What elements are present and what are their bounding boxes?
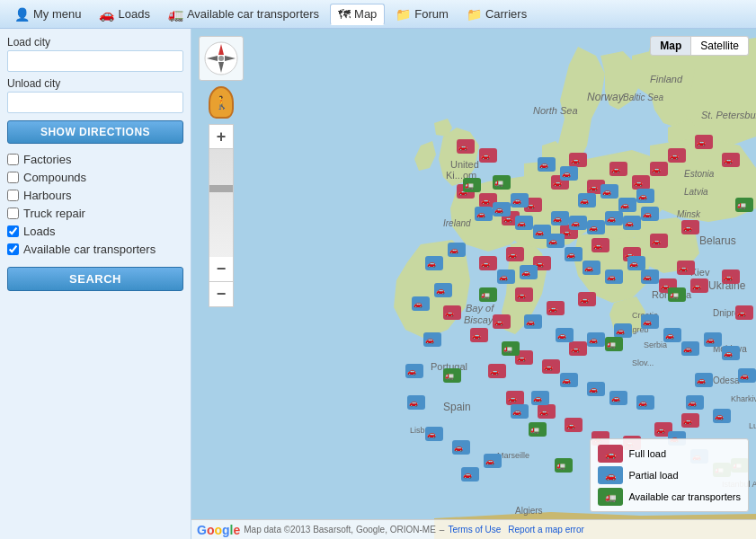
map-icon: 🗺 [338, 7, 351, 22]
map-type-satellite-button[interactable]: Satellite [691, 36, 749, 56]
load-city-input[interactable] [7, 50, 183, 72]
unload-city-input[interactable] [7, 92, 183, 113]
svg-text:🚗: 🚗 [476, 209, 485, 218]
pegman-control[interactable]: 🚶 [209, 86, 234, 119]
svg-text:🚗: 🚗 [683, 344, 692, 353]
svg-text:🚗: 🚗 [414, 299, 422, 308]
available-transporters-label: Available car transporters [628, 491, 741, 502]
svg-text:🚗: 🚗 [481, 259, 490, 268]
zoom-out-button-lower[interactable]: − [209, 282, 234, 307]
map-controls: 🚶 + − − [199, 36, 244, 307]
svg-text:🚗: 🚗 [562, 376, 571, 384]
svg-text:🚗: 🚗 [481, 151, 490, 160]
compass-control[interactable] [199, 36, 244, 81]
unload-city-field: Unload city [7, 77, 183, 113]
svg-text:🚗: 🚗 [548, 304, 557, 313]
zoom-in-button[interactable]: + [209, 124, 234, 149]
legend-partial-load: 🚗 Partial load [598, 466, 741, 484]
nav-loads-label: Loads [118, 7, 149, 21]
svg-text:🚗: 🚗 [566, 420, 575, 429]
svg-text:🚗: 🚗 [407, 367, 416, 376]
svg-text:🚗: 🚗 [427, 259, 436, 268]
load-city-field: Load city [7, 36, 183, 72]
truck-repair-label: Truck repair [23, 207, 85, 220]
zoom-slider[interactable] [209, 149, 234, 257]
svg-text:🚗: 🚗 [740, 371, 749, 380]
compounds-checkbox[interactable] [7, 172, 19, 183]
load-city-label: Load city [7, 36, 183, 49]
show-directions-button[interactable]: SHOW DIRECTIONS [7, 120, 183, 144]
nav-carriers[interactable]: 📁 Carriers [459, 4, 534, 24]
nav-my-menu[interactable]: 👤 My menu [7, 4, 88, 24]
checkbox-harbours[interactable]: Harbours [7, 189, 183, 202]
factories-checkbox[interactable] [7, 154, 19, 165]
svg-text:🚗: 🚗 [490, 367, 499, 376]
svg-text:🚗: 🚗 [494, 317, 503, 326]
svg-text:🚗: 🚗 [580, 196, 589, 205]
search-button[interactable]: SEARCH [7, 267, 183, 291]
svg-text:🚛: 🚛 [670, 290, 679, 299]
loads-checkbox[interactable] [7, 225, 19, 237]
map-container[interactable]: Bay of Biscay Norway Finland St. Petersb… [191, 29, 756, 539]
svg-text:🚗: 🚗 [562, 169, 571, 178]
svg-text:🚗: 🚗 [512, 196, 521, 205]
svg-text:🚗: 🚗 [724, 349, 733, 358]
svg-text:🚗: 🚗 [472, 331, 481, 340]
truck-repair-checkbox[interactable] [7, 208, 19, 219]
nav-loads[interactable]: 🚗 Loads [92, 4, 156, 24]
svg-text:🚗: 🚗 [625, 218, 634, 227]
svg-text:Odesa: Odesa [713, 376, 740, 385]
svg-text:🚗: 🚗 [602, 187, 611, 196]
svg-text:🚗: 🚗 [517, 290, 526, 299]
svg-text:🚛: 🚛 [445, 371, 454, 380]
checkbox-truck-repair[interactable]: Truck repair [7, 207, 183, 220]
forum-icon: 📁 [396, 7, 411, 22]
report-map-error-link[interactable]: Report a map error [508, 525, 583, 535]
checkbox-loads[interactable]: Loads [7, 225, 183, 238]
svg-text:North Sea: North Sea [533, 105, 578, 116]
checkbox-factories[interactable]: Factories [7, 153, 183, 166]
nav-forum[interactable]: 📁 Forum [388, 4, 456, 24]
checkbox-available-car-transporters[interactable]: Available car transporters [7, 243, 183, 256]
nav-map[interactable]: 🗺 Map [330, 4, 385, 25]
partial-load-icon: 🚗 [598, 466, 623, 484]
svg-text:United: United [450, 159, 479, 170]
svg-text:Minsk: Minsk [677, 209, 701, 219]
svg-text:🚗: 🚗 [589, 223, 598, 232]
nav-available-car-transporters[interactable]: 🚛 Available car transporters [161, 4, 326, 24]
svg-text:🚗: 🚗 [643, 209, 652, 218]
available-car-transporters-checkbox[interactable] [7, 243, 19, 255]
svg-text:🚗: 🚗 [533, 393, 542, 402]
checkbox-compounds[interactable]: Compounds [7, 171, 183, 184]
svg-text:🚗: 🚗 [634, 178, 643, 187]
svg-text:🚗: 🚗 [683, 223, 692, 232]
svg-text:🚗: 🚗 [535, 227, 544, 236]
loads-label: Loads [23, 225, 55, 238]
svg-text:🚗: 🚗 [724, 155, 733, 164]
svg-text:🚛: 🚛 [503, 344, 512, 353]
nav-carriers-label: Carriers [485, 7, 527, 21]
svg-text:🚗: 🚗 [697, 137, 706, 146]
svg-text:🚗: 🚗 [643, 317, 652, 326]
compounds-label: Compounds [23, 171, 86, 184]
svg-text:Belarus: Belarus [699, 234, 736, 247]
svg-text:🚗: 🚗 [715, 411, 724, 420]
terms-of-use-link[interactable]: Terms of Use [448, 525, 501, 535]
svg-text:🚗: 🚗 [724, 272, 733, 281]
zoom-out-button-upper[interactable]: − [209, 257, 234, 282]
svg-text:🚗: 🚗 [697, 376, 706, 384]
svg-text:🚗: 🚗 [454, 443, 463, 452]
svg-text:🚗: 🚗 [425, 335, 434, 344]
svg-text:🚗: 🚗 [737, 308, 746, 317]
svg-text:St. Petersburg: St. Petersburg [701, 110, 756, 120]
harbours-checkbox[interactable] [7, 190, 19, 201]
svg-text:Biscay: Biscay [464, 314, 494, 325]
svg-text:🚗: 🚗 [670, 151, 679, 160]
svg-text:Spain: Spain [443, 401, 471, 413]
svg-text:🚗: 🚗 [508, 250, 517, 259]
svg-text:🚗: 🚗 [652, 164, 661, 173]
map-legend: 🚗 Full load 🚗 Partial load 🚛 Available c… [590, 438, 749, 512]
map-type-map-button[interactable]: Map [650, 36, 691, 56]
svg-text:🚗: 🚗 [683, 416, 692, 425]
svg-text:🚗: 🚗 [566, 250, 575, 259]
